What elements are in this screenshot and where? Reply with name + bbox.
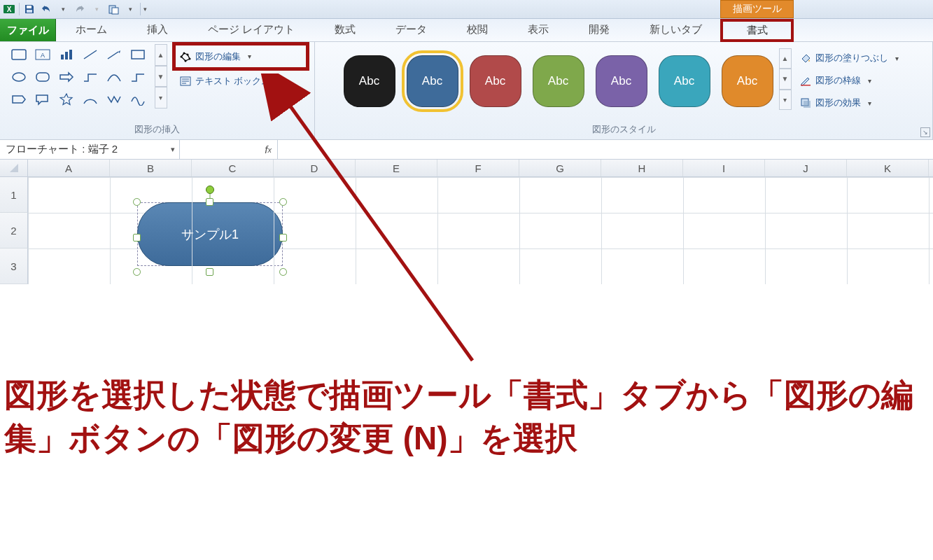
pen-outline-icon <box>800 75 811 86</box>
svg-rect-26 <box>801 85 811 86</box>
shape-connector-icon[interactable] <box>79 66 101 88</box>
column-header[interactable]: G <box>519 160 601 176</box>
shape-freeform-icon[interactable] <box>127 89 149 110</box>
shape-callout-icon[interactable] <box>31 89 54 110</box>
tab-format[interactable]: 書式 <box>720 19 794 42</box>
shape-styles-dialog-launcher-icon[interactable]: ↘ <box>920 127 930 137</box>
svg-rect-9 <box>61 55 64 59</box>
tab-new[interactable]: 新しいタブ <box>630 19 722 41</box>
shape-star-icon[interactable] <box>55 89 78 110</box>
shape-textframe-icon[interactable]: A <box>31 44 54 65</box>
style-swatch[interactable]: Abc <box>533 55 584 107</box>
shape-rect-icon[interactable] <box>127 44 149 65</box>
shape-zigzag-icon[interactable] <box>103 89 125 110</box>
row-header[interactable]: 2 <box>0 213 28 248</box>
style-swatch[interactable]: Abc <box>470 55 521 107</box>
shape-blockarrow-icon[interactable] <box>55 66 78 88</box>
cells-area[interactable]: サンプル1 <box>28 177 933 284</box>
column-header[interactable]: I <box>683 160 765 176</box>
svg-rect-28 <box>804 101 811 108</box>
tab-page-layout[interactable]: ページ レイアウト <box>188 19 315 41</box>
style-swatch[interactable]: Abc <box>407 55 458 107</box>
text-box-button[interactable]: テキスト ボックス <box>174 69 307 93</box>
tab-review[interactable]: 校閲 <box>447 19 508 41</box>
svg-rect-6 <box>12 50 26 59</box>
style-swatch[interactable]: Abc <box>344 55 395 107</box>
style-swatch[interactable]: Abc <box>596 55 647 107</box>
tab-data[interactable]: データ <box>376 19 447 41</box>
style-gallery-more-icon[interactable]: ▾ <box>779 90 792 110</box>
formula-input[interactable] <box>278 140 933 159</box>
style-swatch[interactable]: Abc <box>722 55 773 107</box>
resize-handle-ne[interactable] <box>279 198 287 206</box>
undo-icon[interactable] <box>39 2 53 16</box>
shape-oval-icon[interactable] <box>8 66 30 88</box>
group-name-shape-styles: 図形のスタイル <box>592 123 656 136</box>
rotation-handle-icon[interactable] <box>206 186 214 194</box>
qat-paste-icon[interactable] <box>106 2 120 16</box>
column-header[interactable]: K <box>847 160 929 176</box>
shapes-gallery-down-icon[interactable]: ▼ <box>155 66 167 88</box>
shapes-gallery-up-icon[interactable]: ▲ <box>155 44 167 66</box>
shape-effects-button[interactable]: 図形の効果 <box>794 92 904 114</box>
effects-icon <box>800 97 811 108</box>
column-header[interactable]: H <box>601 160 683 176</box>
group-name-insert-shapes: 図形の挿入 <box>134 123 180 136</box>
tab-formulas[interactable]: 数式 <box>315 19 376 41</box>
redo-icon[interactable] <box>73 2 87 16</box>
name-box[interactable]: フローチャート : 端子 2 <box>0 140 180 159</box>
shapes-gallery-more-icon[interactable]: ▾ <box>155 87 167 108</box>
row-header[interactable]: 3 <box>0 248 28 284</box>
resize-handle-nw[interactable] <box>133 198 141 206</box>
svg-text:A: A <box>40 52 44 59</box>
resize-handle-se[interactable] <box>279 268 287 276</box>
svg-rect-3 <box>27 10 32 13</box>
resize-handle-w[interactable] <box>133 234 141 241</box>
shapes-gallery[interactable]: A <box>8 44 149 110</box>
tab-view[interactable]: 表示 <box>508 19 569 41</box>
shape-curve-icon[interactable] <box>103 66 125 88</box>
shape-line-icon[interactable] <box>79 44 101 65</box>
column-header[interactable]: B <box>110 160 192 176</box>
resize-handle-s[interactable] <box>206 268 213 276</box>
shape-elbow-icon[interactable] <box>127 66 149 88</box>
shape-style-gallery[interactable]: AbcAbcAbcAbcAbcAbcAbc <box>341 48 776 110</box>
qat-menu-caret-icon[interactable]: ▾ <box>123 2 137 16</box>
selected-shape[interactable]: サンプル1 <box>129 194 291 274</box>
style-gallery-up-icon[interactable]: ▲ <box>779 48 792 69</box>
shape-outline-button[interactable]: 図形の枠線 <box>794 69 904 92</box>
shape-chart-icon[interactable] <box>55 44 78 65</box>
fx-label[interactable]: fx <box>180 140 278 159</box>
style-gallery-down-icon[interactable]: ▼ <box>779 69 792 89</box>
column-header[interactable]: J <box>765 160 847 176</box>
style-swatch[interactable]: Abc <box>659 55 710 107</box>
resize-handle-e[interactable] <box>279 234 287 241</box>
column-header[interactable]: F <box>437 160 519 176</box>
tab-developer[interactable]: 開発 <box>569 19 630 41</box>
group-shape-styles: AbcAbcAbcAbcAbcAbcAbc ▲ ▼ ▾ 図形の塗りつぶし 図 <box>315 42 933 139</box>
column-header[interactable]: D <box>274 160 356 176</box>
shape-effects-label: 図形の効果 <box>815 97 861 109</box>
shape-arc-icon[interactable] <box>79 89 101 110</box>
shape-fill-button[interactable]: 図形の塗りつぶし <box>794 47 904 69</box>
select-all-corner[interactable] <box>0 160 28 176</box>
formula-bar-row: フローチャート : 端子 2 fx <box>0 140 933 160</box>
resize-handle-sw[interactable] <box>133 268 141 276</box>
column-header[interactable]: E <box>356 160 437 176</box>
resize-handle-n[interactable] <box>206 198 213 206</box>
text-box-icon <box>180 76 191 87</box>
shape-rounded-rect-icon[interactable] <box>8 44 30 65</box>
shape-arrowline-icon[interactable] <box>103 44 125 65</box>
row-header[interactable]: 1 <box>0 177 28 213</box>
shape-roundrect2-icon[interactable] <box>31 66 54 88</box>
column-header[interactable]: A <box>28 160 110 176</box>
customize-qat-caret-icon[interactable]: ▾ <box>143 2 153 16</box>
tab-file[interactable]: ファイル <box>0 19 56 41</box>
tab-home[interactable]: ホーム <box>56 19 127 41</box>
undo-menu-caret-icon[interactable]: ▾ <box>56 2 70 16</box>
tab-insert[interactable]: 挿入 <box>127 19 188 41</box>
edit-shape-button[interactable]: 図形の編集 <box>174 44 307 69</box>
save-icon[interactable] <box>22 2 36 16</box>
column-header[interactable]: C <box>192 160 274 176</box>
shape-pentagon-icon[interactable] <box>8 89 30 110</box>
